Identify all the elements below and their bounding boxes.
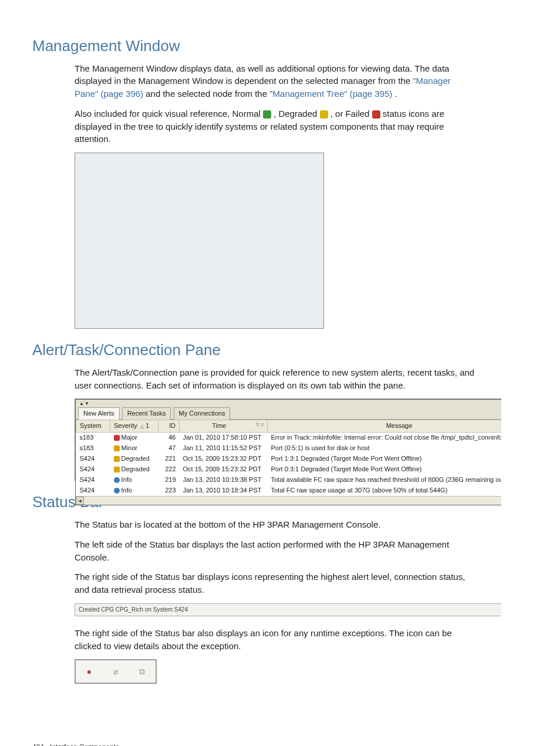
cell-time: Jan 01, 2010 17:58:10 PST: [180, 433, 268, 443]
severity-icon: [114, 477, 120, 483]
col-severity[interactable]: Severity △ 1: [110, 420, 158, 433]
cell-time: Jan 13, 2010 10:19:38 PST: [180, 475, 268, 485]
col-time-label: Time: [212, 422, 226, 429]
severity-icon: [114, 467, 120, 472]
cell-severity: Degraded: [110, 454, 158, 464]
scroll-left-button[interactable]: ◂: [76, 497, 84, 505]
cell-message: Error in Track::mkinfofile: Internal err…: [268, 433, 502, 443]
table-row[interactable]: S424Degraded221Oct 15, 2009 15:23:32 PDT…: [76, 454, 502, 464]
cell-id: 222: [158, 464, 180, 475]
col-time[interactable]: Time ▽ 2: [180, 420, 268, 433]
link-management-tree[interactable]: "Management Tree" (page 395): [269, 89, 392, 99]
heading-management-window: Management Window: [32, 35, 475, 58]
cell-id: 219: [158, 475, 180, 485]
cell-message: Port (0:5:1) is used for disk or host: [268, 443, 502, 454]
table-header-row: System Severity △ 1 ID Time ▽ 2 Message: [76, 420, 502, 433]
cell-time: Oct 15, 2009 15:23:32 PDT: [180, 454, 268, 464]
horizontal-scrollbar[interactable]: ◂ ▸: [76, 496, 501, 505]
text: , Degraded: [274, 109, 319, 119]
heading-alert-task-connection: Alert/Task/Connection Pane: [32, 339, 475, 362]
cell-id: 46: [158, 433, 180, 443]
mgmt-paragraph-2: Also included for quick visual reference…: [75, 107, 475, 146]
cell-severity: Info: [110, 475, 158, 485]
table-row[interactable]: s183Minor47Jan 11, 2010 11:15:52 PSTPort…: [76, 443, 502, 454]
cell-severity: Degraded: [110, 464, 158, 475]
severity-icon: [114, 488, 120, 494]
col-message[interactable]: Message: [268, 420, 502, 433]
cell-severity: Major: [110, 433, 158, 443]
text: Also included for quick visual reference…: [75, 109, 263, 119]
degraded-status-icon: [320, 110, 328, 119]
mgmt-paragraph-1: The Management Window displays data, as …: [75, 62, 475, 100]
cell-time: Jan 13, 2010 10:18:34 PST: [180, 485, 268, 496]
status-bar-text: Created CPG CPG_Rich on System S424: [79, 606, 188, 613]
status-paragraph-4: The right side of the Status bar also di…: [75, 627, 475, 653]
cell-system: S424: [76, 475, 110, 485]
tab-recent-tasks[interactable]: Recent Tasks: [122, 407, 171, 420]
text: .: [395, 89, 397, 99]
cell-message: Port 1:3:1 Degraded (Target Mode Port We…: [268, 454, 502, 464]
cell-message: Total available FC raw space has reached…: [268, 475, 502, 485]
status-paragraph-2: The left side of the Status bar displays…: [75, 538, 475, 564]
text: The Management Window displays data, as …: [75, 63, 449, 86]
table-row[interactable]: S424Degraded222Oct 15, 2009 15:23:32 PDT…: [76, 464, 502, 475]
status-bar-screenshot: Created CPG CPG_Rich on System S424 ▸ ⌀ …: [75, 603, 501, 616]
cell-message: Port 0:3:1 Degraded (Target Mode Port We…: [268, 464, 502, 475]
failed-status-icon: [372, 110, 380, 119]
alert-icon: ●: [83, 666, 95, 677]
cell-system: S424: [76, 454, 110, 464]
alerts-table: System Severity △ 1 ID Time ▽ 2 Message …: [76, 420, 501, 496]
sort-desc-icon: ▽ 2: [256, 421, 264, 428]
cell-system: S424: [76, 464, 110, 475]
alerts-tab-bar: ▲▼ New Alerts Recent Tasks My Connection…: [76, 400, 501, 420]
table-row[interactable]: S424Info219Jan 13, 2010 10:19:38 PSTTota…: [76, 475, 502, 485]
col-severity-label: Severity: [114, 422, 137, 429]
cell-time: Oct 15, 2009 15:23:32 PDT: [180, 464, 268, 475]
severity-icon: [114, 435, 120, 441]
runtime-exception-icons-screenshot: ● ⌀ ⧉: [75, 659, 157, 684]
sort-asc-icon: △: [140, 424, 144, 429]
alerts-pane-screenshot: ▲▼ New Alerts Recent Tasks My Connection…: [75, 399, 501, 481]
text: and the selected node from the: [146, 89, 269, 99]
cell-system: s183: [76, 433, 110, 443]
cell-time: Jan 11, 2010 11:15:52 PST: [180, 443, 268, 454]
tab-new-alerts[interactable]: New Alerts: [78, 407, 120, 420]
tab-my-connections[interactable]: My Connections: [174, 407, 231, 420]
connection-icon: ⌀: [110, 666, 122, 677]
col-system[interactable]: System: [76, 420, 110, 433]
data-retrieval-icon: ⧉: [136, 666, 148, 677]
page-number: 404: [32, 743, 44, 746]
management-window-screenshot: [75, 153, 324, 329]
status-paragraph-1: The Status bar is located at the bottom …: [75, 518, 475, 531]
severity-icon: [114, 445, 120, 451]
cell-severity: Minor: [110, 443, 158, 454]
table-row[interactable]: s183Major46Jan 01, 2010 17:58:10 PSTErro…: [76, 433, 502, 443]
normal-status-icon: [263, 110, 271, 119]
cell-system: s183: [76, 443, 110, 454]
sort-priority-2: 2: [261, 422, 264, 427]
cell-id: 47: [158, 443, 180, 454]
status-paragraph-3: The right side of the Status bar display…: [75, 571, 475, 596]
text: , or Failed: [330, 109, 372, 119]
col-id[interactable]: ID: [158, 420, 180, 433]
footer-section-name: Interface Components: [50, 743, 119, 746]
alert-paragraph-1: The Alert/Task/Connection pane is provid…: [75, 366, 475, 392]
cell-id: 221: [158, 454, 180, 464]
severity-icon: [114, 456, 120, 462]
sort-priority-1: 1: [146, 422, 149, 429]
page-footer: 404 Interface Components: [32, 742, 475, 746]
pane-toggle-icon[interactable]: ▲▼: [79, 400, 90, 407]
